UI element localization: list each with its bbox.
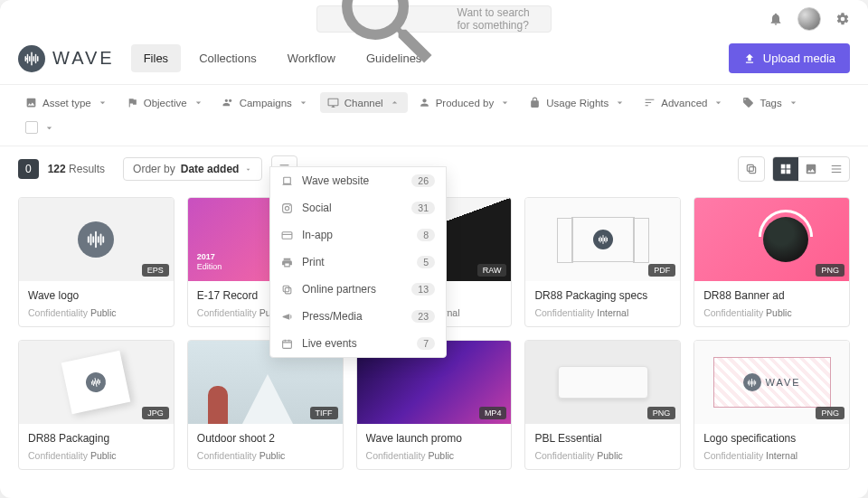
format-badge: RAW: [477, 264, 507, 277]
upload-icon: [743, 52, 756, 65]
asset-card[interactable]: WAVE PNG Logo specifications Confidentia…: [693, 340, 850, 470]
chevron-down-icon: [614, 97, 626, 108]
format-badge: PDF: [648, 264, 675, 277]
thumbnail: PNG: [694, 198, 849, 281]
card-title: DR88 Banner ad: [703, 289, 840, 302]
chevron-down-icon: [499, 97, 511, 108]
list-icon: [830, 163, 843, 175]
svg-rect-5: [283, 286, 289, 292]
thumbnail: PDF: [525, 198, 680, 281]
filter-produced-by[interactable]: Produced by: [411, 92, 519, 113]
asset-card[interactable]: PDF DR88 Packaging specs Confidentiality…: [524, 197, 681, 327]
view-grid-button[interactable]: [773, 157, 798, 181]
card-title: Wave launch promo: [366, 432, 503, 445]
chevron-down-icon: [788, 97, 799, 108]
chevron-down-icon: [97, 97, 108, 108]
calendar-icon: [281, 338, 293, 350]
filter-advanced[interactable]: Advanced: [637, 92, 731, 113]
view-large-button[interactable]: [798, 157, 824, 181]
card-title: Logo specifications: [703, 432, 840, 445]
search-placeholder: Want to search for something?: [458, 6, 542, 32]
avatar[interactable]: [797, 7, 821, 31]
svg-point-2: [289, 204, 290, 205]
tag-icon: [742, 97, 754, 108]
filter-channel[interactable]: Channel: [320, 92, 408, 113]
results-text: 122 Results: [48, 163, 105, 175]
filter-asset-type[interactable]: Asset type: [18, 92, 116, 113]
asset-card[interactable]: EPS Wave logo Confidentiality Public: [18, 197, 175, 327]
gear-icon[interactable]: [835, 12, 850, 26]
person-icon: [419, 97, 430, 108]
channel-option-press[interactable]: Press/Media 23: [270, 303, 446, 330]
chevron-down-icon: [712, 97, 724, 108]
svg-rect-7: [750, 167, 756, 174]
thumbnail: EPS: [19, 198, 174, 281]
card-icon: [281, 230, 293, 241]
logo[interactable]: WAVE: [18, 45, 115, 72]
card-title: Wave logo: [28, 289, 165, 302]
format-badge: MP4: [479, 407, 507, 419]
sliders-icon: [644, 97, 656, 108]
card-title: PBL Essential: [534, 432, 671, 445]
chevron-down-icon: [244, 165, 252, 174]
asset-card[interactable]: JPG DR88 Packaging Confidentiality Publi…: [18, 340, 175, 470]
bell-icon[interactable]: [769, 12, 783, 26]
lock-icon: [529, 97, 541, 108]
copy-icon: [281, 284, 293, 296]
channel-option-partners[interactable]: Online partners 13: [270, 276, 446, 303]
format-badge: PNG: [647, 407, 676, 419]
channel-option-events[interactable]: Live events 7: [270, 330, 446, 357]
laptop-icon: [281, 175, 293, 187]
format-badge: TIFF: [310, 407, 338, 419]
search-input[interactable]: Want to search for something?: [316, 5, 552, 33]
view-list-button[interactable]: [824, 157, 849, 181]
thumbnail: WAVE PNG: [694, 341, 849, 424]
image-icon: [25, 97, 37, 108]
tab-files[interactable]: Files: [131, 44, 181, 72]
svg-rect-3: [282, 231, 292, 239]
filter-campaigns[interactable]: Campaigns: [215, 92, 316, 113]
chevron-down-icon: [43, 122, 55, 134]
tab-collections[interactable]: Collections: [186, 44, 269, 72]
card-title: DR88 Packaging specs: [534, 289, 671, 302]
color-swatch-icon: [25, 121, 38, 134]
chevron-down-icon: [193, 97, 204, 108]
asset-card[interactable]: MP4 Wave launch promo Confidentiality Pu…: [356, 340, 513, 470]
channel-option-website[interactable]: Wave website 26: [270, 167, 446, 194]
people-icon: [222, 97, 234, 108]
card-title: Outdoor shoot 2: [197, 432, 334, 445]
filter-color[interactable]: [18, 117, 62, 138]
view-controls: [738, 156, 850, 182]
upload-media-button[interactable]: Upload media: [729, 43, 850, 73]
asset-card[interactable]: PNG PBL Essential Confidentiality Public: [524, 340, 681, 470]
order-by-selector[interactable]: Order by Date added: [123, 157, 262, 181]
filter-tags[interactable]: Tags: [735, 92, 806, 113]
channel-option-inapp[interactable]: In-app 8: [270, 221, 446, 249]
filter-usage-rights[interactable]: Usage Rights: [522, 92, 633, 113]
image-icon: [805, 163, 817, 175]
flag-icon: [127, 97, 138, 108]
channel-option-social[interactable]: Social 31: [270, 194, 446, 221]
svg-rect-6: [283, 340, 292, 348]
upload-label: Upload media: [763, 52, 835, 65]
copy-button[interactable]: [739, 157, 764, 181]
copy-icon: [745, 163, 758, 175]
asset-card[interactable]: PNG DR88 Banner ad Confidentiality Publi…: [693, 197, 850, 327]
card-title: DR88 Packaging: [28, 432, 165, 445]
logo-text: WAVE: [52, 48, 115, 69]
top-icons: [769, 7, 850, 31]
printer-icon: [281, 257, 293, 268]
filter-objective[interactable]: Objective: [119, 92, 212, 113]
grid-icon: [779, 163, 792, 175]
channel-option-print[interactable]: Print 5: [270, 249, 446, 276]
selected-count-badge[interactable]: 0: [18, 159, 39, 179]
channel-dropdown: Wave website 26 Social 31 In-app 8 Print…: [269, 166, 447, 358]
chevron-up-icon: [389, 97, 401, 108]
format-badge: PNG: [816, 407, 844, 419]
instagram-icon: [281, 202, 293, 214]
top-bar: Want to search for something?: [0, 0, 868, 38]
chevron-down-icon: [297, 97, 309, 108]
svg-rect-0: [283, 203, 292, 212]
asset-card[interactable]: TIFF Outdoor shoot 2 Confidentiality Pub…: [187, 340, 344, 470]
format-badge: EPS: [142, 264, 169, 277]
